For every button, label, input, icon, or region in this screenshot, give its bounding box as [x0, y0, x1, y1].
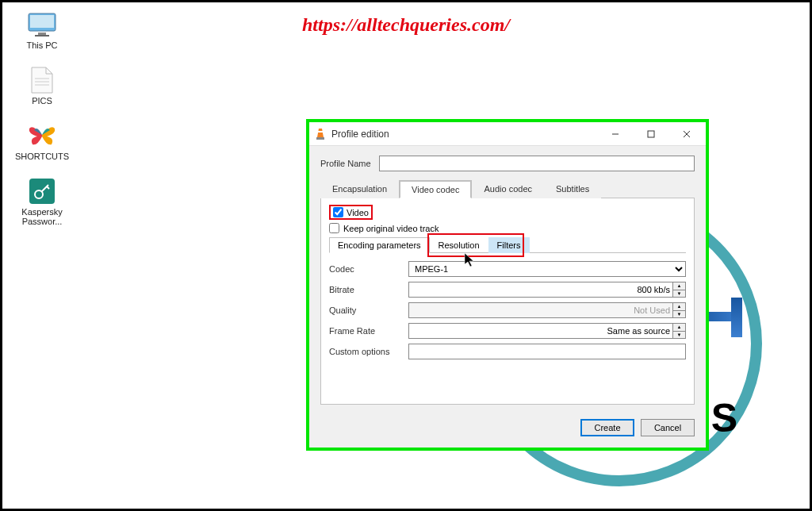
tab-audio-codec[interactable]: Audio codec [472, 180, 544, 198]
desktop-icon-shortcuts[interactable]: SHORTCUTS [14, 121, 70, 161]
quality-input [408, 302, 673, 318]
tab-encapsulation[interactable]: Encapsulation [320, 180, 399, 198]
framerate-down[interactable]: ▼ [673, 332, 685, 339]
svg-rect-1 [30, 15, 54, 28]
desktop-icon-pics[interactable]: PICS [14, 66, 70, 106]
create-button[interactable]: Create [580, 419, 634, 436]
encoding-form: Codec MPEG-1 Bitrate ▲▼ Quality ▲▼ Frame… [329, 261, 686, 359]
profile-name-label: Profile Name [320, 159, 371, 168]
keep-original-label: Keep original video track [343, 224, 439, 233]
svg-rect-14 [648, 131, 654, 137]
framerate-up[interactable]: ▲ [673, 324, 685, 332]
sub-tabs: Encoding parameters Resolution Filters [329, 236, 686, 253]
video-checkbox-label: Video [347, 208, 369, 217]
profile-edition-dialog: Profile edition Profile Name Encapsulati… [307, 120, 708, 450]
tab-video-codec[interactable]: Video codec [399, 180, 472, 198]
codec-label: Codec [329, 264, 402, 274]
framerate-label: Frame Rate [329, 326, 402, 336]
svg-rect-11 [318, 131, 323, 133]
close-button[interactable] [668, 123, 704, 145]
subtab-resolution[interactable]: Resolution [430, 237, 488, 253]
icon-label: SHORTCUTS [15, 152, 69, 161]
url-watermark: https://alltechqueries.com/ [302, 14, 510, 36]
desktop-icons: This PC PICS SHORTCUTS Kaspersky Passwor… [14, 10, 70, 226]
quality-down[interactable]: ▼ [673, 311, 685, 318]
framerate-input[interactable] [408, 323, 673, 339]
subtab-encoding[interactable]: Encoding parameters [329, 237, 430, 253]
maximize-button[interactable] [633, 123, 668, 145]
profile-name-input[interactable] [379, 156, 695, 171]
dialog-title: Profile edition [331, 129, 597, 140]
file-icon [26, 66, 58, 94]
custom-options-input[interactable] [408, 344, 686, 359]
bitrate-up[interactable]: ▲ [673, 282, 685, 290]
dialog-titlebar: Profile edition [309, 122, 706, 146]
butterfly-icon [26, 121, 58, 150]
codec-select[interactable]: MPEG-1 [408, 261, 686, 277]
main-tabs: Encapsulation Video codec Audio codec Su… [320, 179, 695, 198]
key-icon [26, 177, 58, 206]
bitrate-input[interactable] [408, 282, 673, 298]
tab-panel-video-codec: Video Keep original video track Encoding… [320, 198, 695, 405]
icon-label: PICS [32, 96, 52, 106]
svg-rect-3 [35, 35, 49, 36]
tab-subtitles[interactable]: Subtitles [544, 180, 601, 198]
desktop-icon-kaspersky[interactable]: Kaspersky Passwor... [14, 177, 70, 226]
desktop-icon-this-pc[interactable]: This PC [14, 10, 70, 50]
svg-rect-12 [316, 137, 324, 140]
video-checkbox[interactable] [333, 207, 343, 217]
video-checkbox-highlight: Video [329, 205, 373, 220]
quality-label: Quality [329, 305, 402, 315]
svg-rect-2 [38, 33, 46, 35]
bitrate-label: Bitrate [329, 285, 402, 294]
bitrate-down[interactable]: ▼ [673, 290, 685, 298]
vlc-icon [314, 128, 327, 140]
monitor-icon [26, 10, 58, 39]
cancel-button[interactable]: Cancel [641, 419, 695, 436]
keep-original-checkbox[interactable] [329, 223, 339, 233]
dialog-footer: Create Cancel [309, 411, 706, 448]
background-s-letter: S [711, 395, 734, 441]
icon-label: This PC [26, 40, 57, 50]
subtab-filters[interactable]: Filters [488, 237, 530, 253]
custom-options-label: Custom options [329, 347, 402, 356]
icon-label: Kaspersky Passwor... [14, 207, 70, 226]
quality-up[interactable]: ▲ [673, 303, 685, 311]
minimize-button[interactable] [597, 123, 633, 145]
